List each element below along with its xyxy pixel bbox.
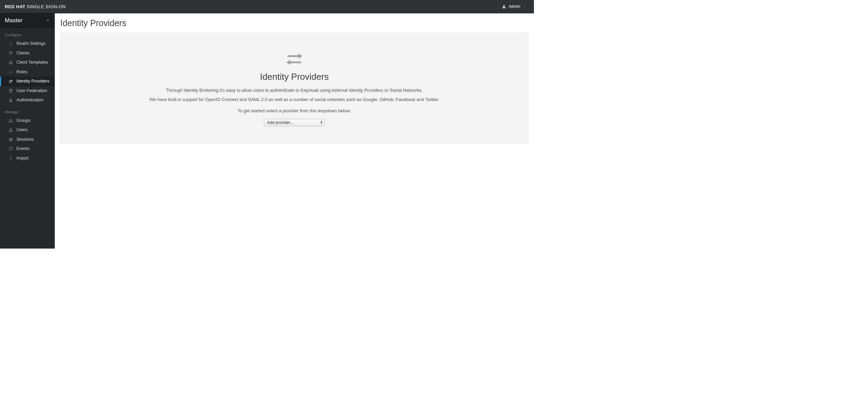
realm-name: Master: [5, 17, 23, 24]
sidebar-item-label: Authentication: [16, 97, 43, 103]
sidebar-item-label: Sessions: [16, 137, 34, 143]
users-icon: [8, 118, 13, 123]
calendar-icon: [8, 147, 13, 151]
chevron-down-icon: [46, 18, 50, 23]
section-header-manage: Manage: [0, 105, 55, 116]
blank-desc-2: We have built-in support for OpenID Conn…: [74, 96, 514, 103]
brand-thin: SINGLE SIGN-ON: [27, 4, 66, 9]
sidebar-item-label: Events: [16, 146, 29, 152]
brand-bold: RED HAT: [5, 4, 25, 9]
sidebar-item-users[interactable]: Users: [0, 125, 55, 135]
sidebar-item-sessions[interactable]: Sessions: [0, 135, 55, 144]
sidebar-item-roles[interactable]: Roles: [0, 67, 55, 77]
sidebar-item-import[interactable]: Import: [0, 154, 55, 163]
main-content: Identity Providers Identity Providers Th…: [55, 13, 534, 249]
brand-logo: RED HAT SINGLE SIGN-ON: [5, 4, 66, 9]
blank-slate-panel: Identity Providers Through Identity Brok…: [60, 33, 528, 144]
list-icon: [8, 70, 13, 74]
sidebar-item-identity-providers[interactable]: Identity Providers: [0, 77, 55, 86]
blank-title: Identity Providers: [74, 72, 514, 82]
cube-icon: [8, 51, 13, 55]
svg-rect-1: [290, 62, 301, 63]
user-name: Admin: [509, 4, 520, 9]
sidebar-item-label: Users: [16, 127, 28, 133]
sidebar-item-label: Roles: [16, 69, 27, 75]
section-header-configure: Configure: [0, 28, 55, 39]
add-provider-select-wrap: Add provider... ▲▼: [264, 119, 325, 126]
exchange-icon: [74, 52, 514, 67]
svg-rect-0: [288, 55, 298, 57]
blank-cta: To get started select a provider from th…: [74, 108, 514, 113]
sidebar-item-label: Realm Settings: [16, 41, 46, 47]
page-title: Identity Providers: [60, 18, 528, 28]
sidebar-item-label: Clients: [16, 50, 29, 56]
sidebar-item-label: Groups: [16, 118, 30, 124]
add-provider-select[interactable]: Add provider...: [264, 119, 325, 126]
sidebar-item-label: User Federation: [16, 88, 47, 94]
blank-desc-1: Through Identity Brokering it's easy to …: [74, 87, 514, 94]
sidebar-item-client-templates[interactable]: Client Templates: [0, 58, 55, 67]
sidebar-item-label: Import: [16, 155, 28, 162]
sidebar-item-groups[interactable]: Groups: [0, 116, 55, 126]
sidebar-item-events[interactable]: Events: [0, 144, 55, 154]
user-icon: [502, 5, 506, 9]
exchange-icon: [8, 79, 13, 84]
sidebar-item-clients[interactable]: Clients: [0, 49, 55, 58]
sidebar-item-label: Identity Providers: [16, 78, 50, 85]
download-icon: [8, 156, 13, 161]
user-icon: [8, 128, 13, 132]
sidebar-item-label: Client Templates: [16, 60, 48, 66]
chevron-down-icon: [523, 5, 526, 8]
top-header: RED HAT SINGLE SIGN-ON Admin: [0, 0, 534, 13]
user-menu[interactable]: Admin: [498, 0, 529, 13]
sliders-icon: [8, 41, 13, 46]
sidebar-item-realm-settings[interactable]: Realm Settings: [0, 39, 55, 49]
clock-icon: [8, 137, 13, 142]
database-icon: [8, 88, 13, 93]
sidebar-item-authentication[interactable]: Authentication: [0, 96, 55, 105]
cubes-icon: [8, 60, 13, 65]
sidebar-item-user-federation[interactable]: User Federation: [0, 86, 55, 96]
sidebar: Master Configure Realm Settings Clients …: [0, 13, 55, 249]
realm-selector[interactable]: Master: [0, 13, 55, 28]
lock-icon: [8, 98, 13, 103]
